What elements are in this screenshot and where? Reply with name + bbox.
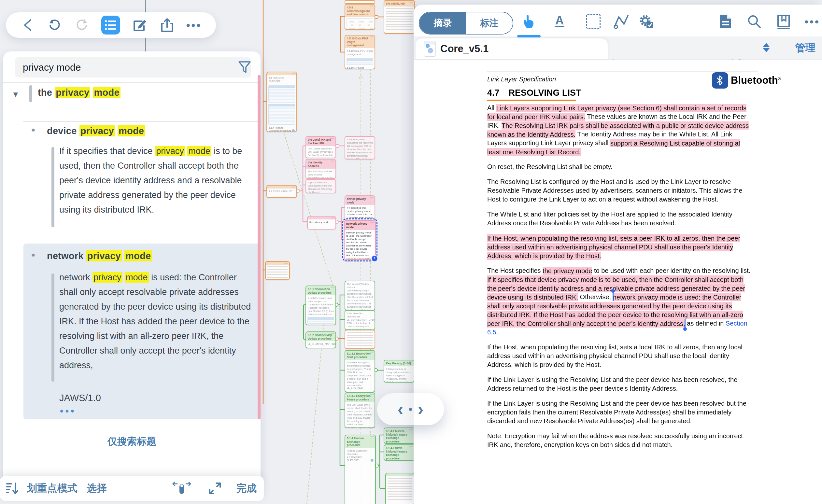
tab-excerpt[interactable]: 摘录 (419, 12, 466, 34)
document-icon[interactable] (717, 12, 735, 31)
pdf-paragraph: The White List and filter policies set b… (487, 210, 752, 227)
reader-toolbar: 摘录 标注 A ••• (414, 5, 822, 36)
bluetooth-logo: Bluetooth® (712, 72, 781, 88)
more-icon[interactable]: ••• (60, 406, 76, 417)
document-tab[interactable]: Core_v5.1 (416, 38, 608, 59)
pdf-paragraph: If the Link Layer is using the Resolving… (487, 375, 752, 393)
mindmap-node-key-missing[interactable]: Key Missing (0x06)If this procedure is b… (384, 360, 414, 383)
pdf-heading: 4.7RESOLVING LIST (487, 88, 581, 98)
mindmap-node-master-feature[interactable]: 5.1.4.1 Master-initiated Feature Exchang… (384, 428, 415, 444)
rect-select-icon[interactable] (584, 12, 602, 31)
mindmap-node-top-sliver[interactable] (345, 0, 375, 4)
mindmap-node-support-resolving[interactable]: support a Resolving List capable of stor… (306, 179, 336, 193)
more-icon[interactable]: ••• (187, 18, 201, 32)
active-tool-underline (517, 35, 541, 37)
next-page-icon[interactable]: › (418, 401, 423, 418)
back-icon[interactable] (21, 18, 35, 32)
document-reader-panel: 摘录 标注 A ••• Core_v5.1 管理 (414, 5, 822, 504)
search-result-title[interactable]: network privacy mode (47, 251, 152, 262)
mindmap-node-transmit-window[interactable]: The transmitWindow starts at connInterva… (345, 281, 375, 311)
pdf-link[interactable]: Section 6 (633, 104, 660, 112)
quote-bar (51, 147, 54, 227)
done-button[interactable]: 完成 (229, 482, 264, 495)
mindmap-node-slave-feature[interactable]: 5.1.4.2 Slave-initiated Feature Exchange… (384, 444, 415, 461)
excerpt-tag: JAWS/1.0 (59, 393, 101, 403)
compose-icon[interactable] (133, 18, 147, 32)
mindmap-node-resolving-list[interactable]: 4.7 RESOLVING LIST (267, 185, 297, 198)
mindmap-node-identity-address[interactable]: the Identity AddressThe Resolving List I… (306, 159, 336, 179)
select-button[interactable]: 选择 (79, 482, 114, 495)
quote-bar (29, 85, 32, 102)
search-result-selected[interactable]: • network privacy mode network privacy m… (23, 243, 261, 419)
pdf-paragraph: The Resolving List is configured by the … (487, 177, 752, 204)
search-icon[interactable] (745, 12, 763, 31)
search-input[interactable] (15, 57, 251, 77)
mindmap-node-peer-irk-zeros[interactable]: If the Host, when populating the resolvi… (345, 136, 375, 159)
nav-dot-icon (409, 408, 412, 411)
pdf-paragraph: If the Host, when populating the resolvi… (487, 234, 752, 260)
more-icon[interactable]: ••• (803, 12, 821, 31)
pdf-page: BLUETOOTH CORE SPECIFICATION Version 5.1… (414, 59, 822, 504)
mindmap-node-network-privacy[interactable]: network privacy modenetwork privacy mode… (344, 220, 376, 260)
mindmap-node-enc-start[interactable]: 5.1.3.1 Encryption Start procedureTo ena… (345, 350, 375, 392)
mini-diagram (347, 18, 373, 30)
mindmap-node-local-irk[interactable]: the Local IRK and the Peer IRK.Link Laye… (306, 136, 336, 158)
mindmap-node-enc-pause[interactable]: 5.1.3.2 Encryption Pause procedureThe Li… (345, 392, 375, 428)
search-result-title[interactable]: device privacy mode (47, 126, 145, 136)
search-titles-only-button[interactable]: 仅搜索标题 (3, 435, 261, 448)
pdf-paragraph: If the Link Layer is using the Resolving… (487, 399, 752, 426)
bookmark-book-icon[interactable] (774, 12, 793, 31)
selection-badge-icon[interactable]: ● (371, 255, 378, 262)
mindmap-node-green-bottom[interactable] (385, 473, 414, 504)
mini-table (347, 58, 373, 65)
prev-page-icon[interactable]: ‹ (398, 401, 403, 418)
bullet-icon: • (31, 124, 35, 136)
mindmap-node-orange-mini[interactable] (265, 261, 290, 280)
hand-tool-icon[interactable] (520, 12, 538, 31)
scroll-indicator[interactable] (258, 75, 261, 419)
sort-arrows-icon[interactable] (761, 42, 771, 54)
share-icon[interactable] (160, 18, 174, 32)
sort-order-icon[interactable] (0, 482, 25, 495)
mindmap-node-conn-update[interactable]: 5.1.1 Connection Update procedureIf both… (306, 286, 336, 325)
mindmap-node-sn-nesn-md[interactable]: SN, NESN, MD (384, 0, 415, 34)
page-nav-pill: ‹ › (377, 393, 444, 425)
lasso-pen-icon[interactable] (612, 12, 631, 31)
search-result-body[interactable]: If it specifies that device privacy mode… (59, 144, 252, 217)
mindmap-node-data-pdu[interactable]: 4.5.10 Data PDU length management4.5.10 … (345, 35, 375, 69)
document-tab-title: Core_v5.1 (440, 43, 488, 55)
highlight-mode-button[interactable]: 划重点模式 (25, 482, 79, 495)
manage-button[interactable]: 管理 (795, 41, 815, 55)
chevron-down-icon[interactable]: ▼ (12, 90, 20, 99)
mini-table (268, 104, 295, 125)
mindmap-node-ack-flow[interactable]: 4.5.9 Acknowledgment and flow control (345, 4, 375, 30)
pdf-section-label: Link Layer Specification (487, 75, 556, 83)
mindmap-node-privacy-mode[interactable]: the privacy mode (307, 216, 336, 229)
search-panel: ▼ the privacy mode • device privacy mode… (3, 51, 261, 476)
document-tab-bar: Core_v5.1 管理 (414, 36, 822, 60)
bluetooth-rune-icon (712, 72, 728, 88)
mindmap-node-feature-exchange[interactable]: 5.1.4 Feature Exchange procedureFeature … (345, 435, 376, 504)
swipe-finger-icon[interactable] (163, 482, 200, 495)
mindmap-node-orange-detail[interactable] (345, 330, 375, 349)
mindmap-node-device-privacy[interactable]: device privacy modeIf it specifies that … (345, 195, 375, 221)
document-thumbnail-icon (424, 41, 436, 57)
funnel-icon[interactable] (238, 61, 252, 75)
quote-bar (51, 274, 54, 382)
excerpt-dot-icon (371, 459, 374, 462)
bullet-icon: • (31, 249, 35, 262)
mini-table (268, 85, 295, 103)
expand-icon[interactable] (200, 482, 229, 495)
mindmap-node-feature-support[interactable]: 4.6 FEATURE SUPPORT5.1.4 Feature Exchang… (267, 72, 297, 132)
search-group-title[interactable]: the privacy mode (38, 87, 120, 98)
redo-icon[interactable] (75, 18, 89, 32)
outline-list-icon[interactable] (101, 16, 120, 34)
pdf-paragraph: All Link Layers supporting Link Layer pr… (487, 103, 752, 156)
mindmap-node-slave-first[interactable]: If the slave first receives the LL_CONNE… (345, 310, 375, 330)
highlight-text-icon[interactable]: A (550, 12, 568, 31)
mindmap-node-channel-map[interactable]: 5.1.2 Channel Map Update procedureLL_CHA… (306, 332, 336, 348)
pdf-paragraph: The Host specifies the privacy mode to b… (487, 266, 752, 337)
undo-icon[interactable] (48, 18, 62, 32)
gear-settings-icon[interactable] (637, 12, 655, 31)
tab-annotation[interactable]: 标注 (466, 12, 513, 34)
